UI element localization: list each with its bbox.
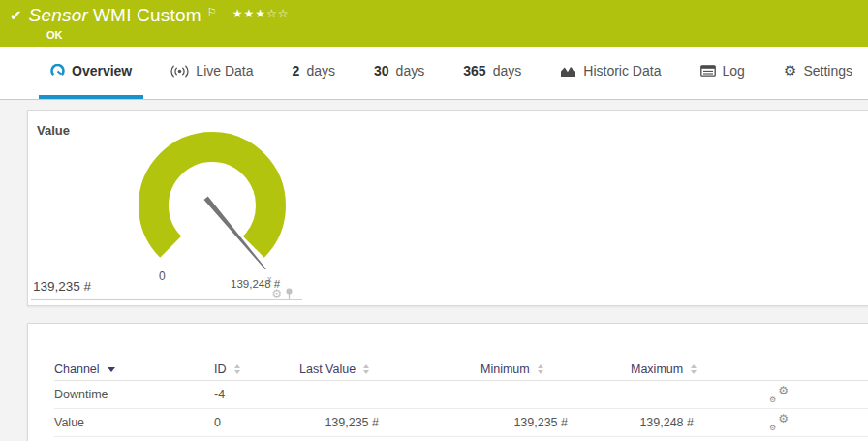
live-broadcast-icon [170,65,189,78]
tab-label: days [493,63,522,79]
tab-label: Settings [803,63,852,79]
column-label: Maximum [631,362,683,376]
priority-stars-rating[interactable]: ★★★☆☆ [232,7,290,20]
settings-gear-icon: ⚙ [784,64,796,78]
sort-toggle-icon [538,364,543,374]
column-label: Last Value [299,362,356,376]
tab-label: days [396,63,425,79]
status-ok-check-icon: ✔ [10,7,22,24]
gear-icon: ⚙ [778,412,789,425]
gauge-icon [50,64,65,79]
channel-settings-gears-icon[interactable]: ⚙ ⚙ [769,387,789,402]
column-header-channel[interactable]: Channel [54,362,214,376]
column-label: ID [214,362,227,376]
channel-table-panel: Channel ID Last Value Minimum Maximum Do… [27,323,868,441]
column-label: Minimum [480,362,530,376]
table-header-row: Channel ID Last Value Minimum Maximum [54,359,868,381]
table-row-value[interactable]: Value 0 139,235 # 139,235 # 139,248 # ⚙ … [54,409,868,437]
channel-id-cell: 0 [214,416,299,429]
tab-number: 30 [374,63,389,79]
gear-icon: ⚙ [769,395,776,404]
sort-desc-icon [108,367,115,372]
sensor-header: ✔ SensorWMI Custom ⚐ ★★★☆☆ OK [0,0,868,47]
tab-label: days [306,63,335,79]
last-value-cell: 139,235 # [299,416,480,429]
gauge-scale-min: 0 [159,269,166,283]
maximum-cell: 139,248 # [631,416,769,429]
sensor-name: WMI Custom [93,5,202,25]
gauge-chart: x [30,129,330,286]
gear-icon: ⚙ [778,384,789,397]
tab-historic-data[interactable]: Historic Data [548,47,672,99]
tab-label: Log [723,63,745,79]
column-header-minimum[interactable]: Minimum [480,362,631,376]
priority-flag-icon[interactable]: ⚐ [207,6,217,18]
sort-toggle-icon [691,364,697,374]
gauge-pin-icon[interactable] [285,288,294,299]
table-row-downtime[interactable]: Downtime -4 ⚙ ⚙ [54,381,868,409]
gauge-settings-gear-icon[interactable]: ⚙ [271,288,282,299]
channel-name-cell[interactable]: Downtime [54,388,214,401]
tab-number: 365 [463,63,485,79]
sort-toggle-icon [363,364,369,374]
sensor-kind-label: Sensor [29,5,88,25]
tab-2-days[interactable]: 2 days [281,47,347,99]
tab-settings[interactable]: ⚙ Settings [772,47,864,99]
tab-label: Historic Data [583,63,661,79]
channel-settings-gears-icon[interactable]: ⚙ ⚙ [769,415,789,430]
minimum-cell: 139,235 # [480,416,631,429]
log-list-icon [700,65,716,77]
page-title: SensorWMI Custom [29,5,202,26]
tab-30-days[interactable]: 30 days [362,47,436,99]
value-gauge-widget[interactable]: Value x 0 139,248 # 139,235 # ⚙ [30,117,303,305]
tab-bar: Overview Live Data 2 days 30 days 365 da… [0,47,868,100]
gear-icon: ⚙ [769,424,776,432]
tab-log[interactable]: Log [689,47,757,99]
column-header-maximum[interactable]: Maximum [631,362,769,376]
tab-number: 2 [293,63,300,79]
gauge-footer-divider [31,299,302,300]
tab-365-days[interactable]: 365 days [451,47,533,99]
sort-toggle-icon [234,364,240,374]
tab-overview[interactable]: Overview [39,47,143,99]
area-chart-icon [560,65,576,78]
gauge-current-value: 139,235 # [33,279,91,294]
channel-name-cell[interactable]: Value [54,416,214,429]
column-header-id[interactable]: ID [214,362,299,376]
gauge-panel: Value x 0 139,248 # 139,235 # ⚙ [27,110,868,306]
column-header-last-value[interactable]: Last Value [299,362,480,376]
tab-live-data[interactable]: Live Data [159,47,264,99]
channel-id-cell: -4 [214,388,299,401]
column-label: Channel [54,362,100,376]
status-badge: OK [46,29,858,41]
tab-label: Overview [72,63,132,79]
tab-label: Live Data [196,63,253,79]
